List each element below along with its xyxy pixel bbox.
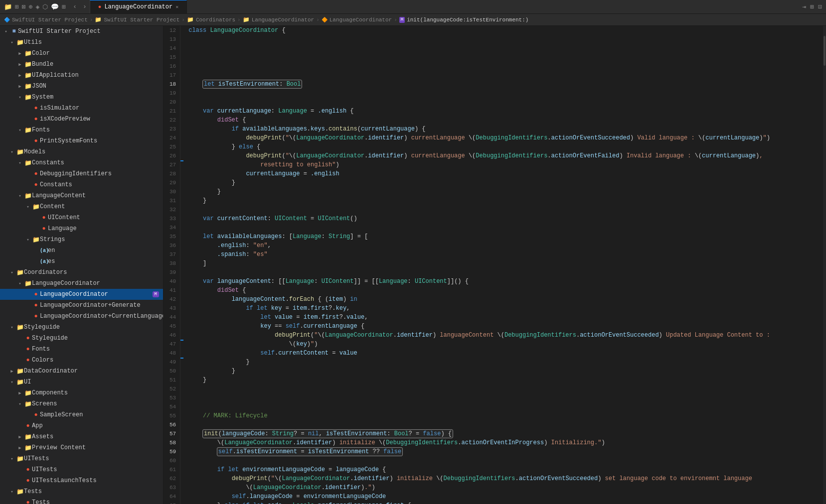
arrow-utils: ▾ (8, 40, 16, 45)
comment-icon[interactable]: 💬 (51, 3, 59, 11)
ln-25: 25 (169, 142, 176, 151)
ln-53: 53 (169, 393, 176, 402)
sidebar-item-colors[interactable]: ● Colors (0, 355, 163, 366)
sidebar-item-tests[interactable]: ▾ 📁 Tests (0, 486, 163, 497)
sidebar-item-isxcode[interactable]: ● isXCodePreview (0, 114, 163, 125)
sidebar-item-issimulator[interactable]: ● isSimulator (0, 103, 163, 114)
sidebar-item-styleguide[interactable]: ▾ 📁 Styleguide (0, 322, 163, 333)
nav-forward[interactable]: › (80, 3, 90, 10)
sidebar-item-datacoordinator[interactable]: ▶ 📁 DataCoordinator (0, 366, 163, 377)
sidebar-item-lc-folder[interactable]: ▾ 📁 LanguageCoordinator (0, 278, 163, 289)
sidebar-item-styleguide-file[interactable]: ● Styleguide (0, 333, 163, 344)
scroll-indicator[interactable] (823, 26, 826, 504)
ln-22: 22 (169, 116, 176, 125)
sidebar-item-printfonts[interactable]: ● PrintSystemFonts (0, 135, 163, 146)
code-lines[interactable]: class LanguageCoordinator { let isTestEn… (184, 26, 823, 504)
ln-48: 48 (169, 349, 176, 358)
sidebar-item-langcontent[interactable]: ▾ 📁 LanguageContent (0, 190, 163, 201)
sidebar-item-assets[interactable]: ▶ 📁 Assets (0, 431, 163, 442)
code-line-34 (188, 223, 823, 232)
sidebar-item-models[interactable]: ▾ 📁 Models (0, 146, 163, 157)
folder-icon2: 📁 (95, 16, 102, 23)
breadcrumb-coordinators[interactable]: 📁 Coordinators (187, 16, 235, 23)
editor-content[interactable]: 12 13 14 15 16 17 18 19 20 21 22 23 24 2… (164, 26, 826, 504)
preview-folder-icon: 📁 (24, 444, 32, 452)
code-line-31: } (188, 196, 823, 205)
sidebar-item-uitestslaunch[interactable]: ● UITestsLaunchTests (0, 475, 163, 486)
sidebar-item-language[interactable]: ● Language (0, 223, 163, 234)
sidebar-item-tests-file[interactable]: ● Tests (0, 497, 163, 504)
constants-folder-icon: 📁 (24, 159, 32, 167)
sidebar-item-samplescreen[interactable]: ● SampleScreen (0, 409, 163, 420)
sidebar-item-app[interactable]: ● App (0, 420, 163, 431)
tab-close-icon[interactable]: ✕ (175, 4, 178, 10)
lc-folder-icon: 📁 (24, 280, 32, 287)
code-line-13 (188, 35, 823, 44)
sidebar-item-lc-currentlang[interactable]: ● LanguageCoordinator+CurrentLanguage (0, 311, 163, 322)
ln-45: 45 (169, 322, 176, 331)
sidebar-item-uiapp[interactable]: ▶ 📁 UIApplication (0, 70, 163, 81)
sidebar-item-uicontent[interactable]: ● UIContent (0, 212, 163, 223)
shape-icon[interactable]: ⬡ (42, 3, 48, 11)
code-line-27: resetting to english") (188, 160, 823, 169)
sidebar-item-constants-file[interactable]: ● Constants (0, 179, 163, 190)
colors-file-icon: ● (24, 357, 32, 364)
sidebar-item-es[interactable]: (a) es (0, 256, 163, 267)
sidebar-item-debuggingids[interactable]: ● DebuggingIdentifiers (0, 168, 163, 179)
sidebar-item-lc-generate[interactable]: ● LanguageCoordinator+Generate (0, 300, 163, 311)
sidebar-item-strings[interactable]: ▾ 📁 Strings (0, 234, 163, 245)
nav-back[interactable]: ‹ (70, 3, 80, 10)
grid2-icon[interactable]: ⊞ (62, 3, 66, 11)
sidebar-item-content-folder[interactable]: ▾ 📁 Content (0, 201, 163, 212)
split-view-icon[interactable]: ⇥ (803, 3, 807, 11)
breadcrumb-method[interactable]: M init(languageCode:isTestEnvironment:) (399, 17, 529, 23)
fold-indicator-2 (180, 340, 183, 341)
language-file-icon: ● (40, 225, 48, 232)
sidebar-item-system[interactable]: ▾ 📁 System (0, 92, 163, 103)
sidebar-item-uitests-file[interactable]: ● UITests (0, 464, 163, 475)
folder-icon[interactable]: 📁 (4, 3, 12, 11)
sidebar-item-screens[interactable]: ▾ 📁 Screens (0, 398, 163, 409)
sidebar-item-fonts-utils[interactable]: ▾ 📁 Fonts (0, 125, 163, 135)
sidebar-item-fonts-style[interactable]: ● Fonts (0, 344, 163, 355)
code-line-48: self.currentContent = value (188, 349, 823, 358)
arrow-root: ▾ (2, 29, 10, 34)
method-badge-icon: M (399, 17, 405, 23)
warning-icon[interactable]: ◈ (35, 3, 39, 11)
ln-28: 28 (169, 169, 176, 178)
sidebar-item-color[interactable]: ▶ 📁 Color (0, 48, 163, 59)
grid-icon[interactable]: ⊞ (15, 3, 19, 11)
layout-icon[interactable]: ⊞ (810, 3, 814, 11)
breadcrumb-lc-folder[interactable]: 📁 LanguageCoordinator (243, 16, 314, 23)
sidebar-item-en[interactable]: (a) en (0, 245, 163, 256)
code-line-46: debugPrint("\(LanguageCoordinator.identi… (188, 331, 823, 340)
search-icon[interactable]: ⊕ (29, 3, 33, 11)
ln-63: 63 (169, 483, 176, 492)
sidebar: ▾ ■ SwiftUI Starter Project ▾ 📁 Utils ▶ … (0, 26, 164, 504)
breadcrumb-lc-file[interactable]: 🔶 LanguageCoordinator (322, 17, 392, 23)
sidebar-item-uitests[interactable]: ▾ 📁 UITests (0, 453, 163, 464)
sidebar-item-json[interactable]: ▶ 📁 JSON (0, 81, 163, 92)
sidebar-item-lc-file[interactable]: ● LanguageCoordinator M (0, 289, 163, 300)
ui-folder-icon: 📁 (16, 378, 24, 386)
sidebar-item-components[interactable]: ▶ 📁 Components (0, 387, 163, 398)
ln-43: 43 (169, 304, 176, 313)
sidebar-item-root[interactable]: ▾ ■ SwiftUI Starter Project (0, 26, 163, 37)
code-line-38: ] (188, 259, 823, 268)
code-line-49: } (188, 358, 823, 367)
tab-language-coordinator[interactable]: ● LanguageCoordinator ✕ (90, 0, 187, 13)
editor-area: 12 13 14 15 16 17 18 19 20 21 22 23 24 2… (164, 26, 826, 504)
breadcrumb-project[interactable]: 🔷 SwiftUI Starter Project (4, 17, 88, 23)
sidebar-item-coordinators[interactable]: ▾ 📁 Coordinators (0, 267, 163, 278)
modified-badge: M (153, 291, 159, 297)
bookmark-icon[interactable]: ⊠ (22, 3, 26, 11)
ln-60: 60 (169, 456, 176, 465)
breadcrumb-project2[interactable]: 📁 SwiftUI Starter Project (95, 16, 179, 23)
sidebar-item-constants-folder[interactable]: ▾ 📁 Constants (0, 157, 163, 168)
sidebar-item-ui[interactable]: ▾ 📁 UI (0, 377, 163, 387)
sidebar-item-utils[interactable]: ▾ 📁 Utils (0, 37, 163, 48)
panel-icon[interactable]: ⊡ (818, 3, 822, 11)
sidebar-item-preview-content[interactable]: ▶ 📁 Preview Content (0, 442, 163, 453)
sidebar-item-bundle[interactable]: ▶ 📁 Bundle (0, 59, 163, 70)
code-line-53 (188, 393, 823, 402)
